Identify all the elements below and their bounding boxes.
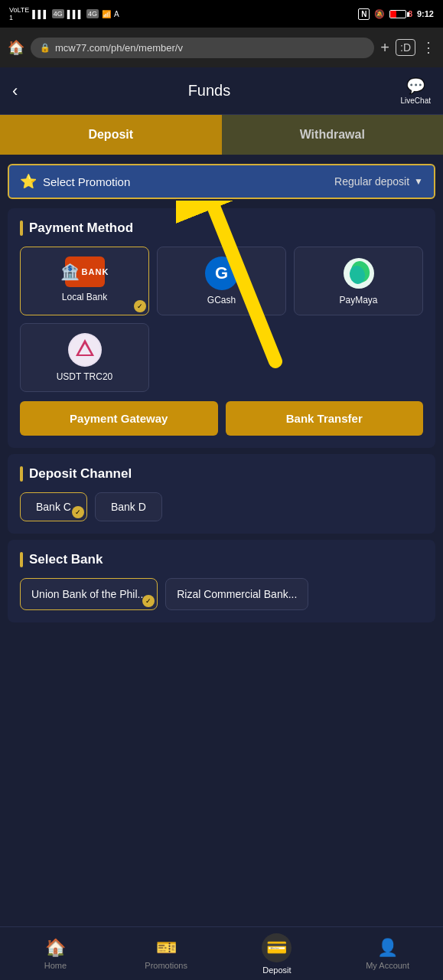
tab-switcher-button[interactable]: :D <box>396 39 415 56</box>
status-left: VoLTE1 ▌▌▌ 4G ▌▌▌ 4G 📶 A <box>9 6 119 21</box>
app-header: ‹ Funds 💬 LiveChat <box>0 67 443 115</box>
union-bank-label: Union Bank of the Phil... <box>31 588 146 600</box>
deposit-channel-title: Deposit Channel <box>20 466 423 482</box>
volte-indicator: VoLTE1 <box>9 6 29 21</box>
section-bar-icon <box>20 220 23 236</box>
silent-icon: 🔕 <box>374 9 385 19</box>
payment-item-gcash[interactable]: G GCash ✓ <box>157 247 286 315</box>
my-account-nav-label: My Account <box>366 961 409 970</box>
local-bank-label: Local Bank <box>62 292 107 302</box>
bank-c-check: ✓ <box>72 506 84 518</box>
lock-icon: 🔒 <box>40 43 50 53</box>
nav-promotions[interactable]: 🎫 Promotions <box>111 927 222 980</box>
gcash-label: GCash <box>207 295 236 305</box>
my-account-nav-icon: 👤 <box>377 938 398 958</box>
url-bar[interactable]: 🔒 mcw77.com/ph/en/member/v <box>31 38 374 58</box>
livechat-icon: 💬 <box>406 77 425 95</box>
time: 9:12 <box>417 9 434 18</box>
channel-item-bank-d[interactable]: Bank D ✓ <box>95 492 162 521</box>
url-text: mcw77.com/ph/en/member/v <box>55 42 183 54</box>
livechat-button[interactable]: 💬 LiveChat <box>401 77 431 105</box>
nav-my-account[interactable]: 👤 My Account <box>332 927 443 980</box>
page-title: Funds <box>188 82 231 100</box>
nav-home[interactable]: 🏠 Home <box>0 927 111 980</box>
local-bank-check: ✓ <box>134 300 146 312</box>
promo-right: Regular deposit ▼ <box>334 175 423 188</box>
promotion-banner[interactable]: ⭐ Select Promotion Regular deposit ▼ <box>8 164 435 199</box>
withdrawal-tab-label: Withdrawal <box>300 128 365 142</box>
browser-bar: 🏠 🔒 mcw77.com/ph/en/member/v + :D ⋮ <box>0 28 443 67</box>
battery-icon <box>389 10 406 18</box>
bank-d-label: Bank D <box>111 501 146 513</box>
deposit-nav-icon: 💳 <box>266 938 287 957</box>
nav-deposit[interactable]: 💳 Deposit <box>222 927 333 980</box>
promo-label: Select Promotion <box>43 175 130 188</box>
bottom-nav: 🏠 Home 🎫 Promotions 💳 Deposit 👤 My Accou… <box>0 926 443 980</box>
wifi-icon: 📶 <box>102 10 111 18</box>
usdt-label: USDT TRC20 <box>57 371 113 382</box>
promo-dropdown-icon: ▼ <box>414 176 423 187</box>
promo-star-icon: ⭐ <box>20 173 37 190</box>
payment-item-usdt[interactable]: USDT TRC20 ✓ <box>20 323 149 392</box>
bank-c-label: Bank C <box>36 501 71 513</box>
a-indicator: A <box>114 10 119 18</box>
payment-method-title: Payment Method <box>20 220 423 236</box>
rizal-bank-label: Rizal Commercial Bank... <box>177 588 297 600</box>
deposit-channel-bar-icon <box>20 466 23 482</box>
4g-indicator-1: 4G <box>52 9 64 18</box>
deposit-tab-label: Deposit <box>88 128 133 142</box>
home-nav-label: Home <box>44 961 67 970</box>
deposit-channel-section: Deposit Channel Bank C ✓ Bank D ✓ <box>8 454 435 534</box>
paymaya-label: PayMaya <box>339 295 377 305</box>
select-bank-bar-icon <box>20 552 23 567</box>
bank-select-union[interactable]: Union Bank of the Phil... ✓ <box>20 578 158 610</box>
payment-item-paymaya[interactable]: PayMaya ✓ <box>294 247 423 315</box>
browser-menu-button[interactable]: ⋮ <box>422 39 435 56</box>
deposit-nav-label: Deposit <box>262 965 291 975</box>
livechat-label: LiveChat <box>401 96 431 105</box>
tab-bar: Deposit Withdrawal <box>0 115 443 155</box>
deposit-nav-icon-circle: 💳 <box>262 933 292 962</box>
local-bank-icon: 🏦 BANK <box>65 256 105 287</box>
status-right: N 🔕 8 9:12 <box>358 8 434 20</box>
signal-bars-2: ▌▌▌ <box>67 10 83 18</box>
browser-home-icon[interactable]: 🏠 <box>8 39 24 56</box>
promotions-nav-icon: 🎫 <box>156 938 177 958</box>
tab-withdrawal[interactable]: Withdrawal <box>222 115 444 155</box>
bank-transfer-button[interactable]: Bank Transfer <box>226 401 424 436</box>
paymaya-icon <box>342 256 376 290</box>
payment-gateway-button[interactable]: Payment Gateway <box>20 401 218 436</box>
payment-button-row: Payment Gateway Bank Transfer <box>20 401 423 436</box>
gcash-icon: G <box>205 256 239 290</box>
tab-deposit[interactable]: Deposit <box>0 115 222 155</box>
signal-bars: ▌▌▌ <box>32 10 48 18</box>
bank-select-rizal[interactable]: Rizal Commercial Bank... ✓ <box>165 578 308 610</box>
nfc-icon: N <box>358 8 370 20</box>
payment-item-local-bank[interactable]: 🏦 BANK Local Bank ✓ <box>20 247 149 315</box>
promotions-nav-label: Promotions <box>145 961 187 970</box>
select-bank-section: Select Bank Union Bank of the Phil... ✓ … <box>8 540 435 622</box>
channel-item-bank-c[interactable]: Bank C ✓ <box>20 492 87 521</box>
payment-method-grid: 🏦 BANK Local Bank ✓ G GCash ✓ PayMaya <box>20 247 423 392</box>
battery-wrap: 8 <box>389 10 412 18</box>
promo-value: Regular deposit <box>334 175 409 188</box>
status-bar: VoLTE1 ▌▌▌ 4G ▌▌▌ 4G 📶 A N 🔕 8 9:12 <box>0 0 443 28</box>
back-button[interactable]: ‹ <box>12 81 18 101</box>
promo-left: ⭐ Select Promotion <box>20 173 130 190</box>
select-bank-title: Select Bank <box>20 552 423 567</box>
payment-method-section: Payment Method 🏦 BANK Local Bank ✓ G <box>8 208 435 448</box>
add-tab-button[interactable]: + <box>380 39 389 57</box>
usdt-icon <box>68 333 102 367</box>
deposit-channel-grid: Bank C ✓ Bank D ✓ <box>20 492 423 521</box>
bank-select-grid: Union Bank of the Phil... ✓ Rizal Commer… <box>20 578 423 610</box>
home-nav-icon: 🏠 <box>45 938 66 958</box>
4g-indicator-2: 4G <box>86 9 99 18</box>
union-bank-check: ✓ <box>142 595 155 607</box>
